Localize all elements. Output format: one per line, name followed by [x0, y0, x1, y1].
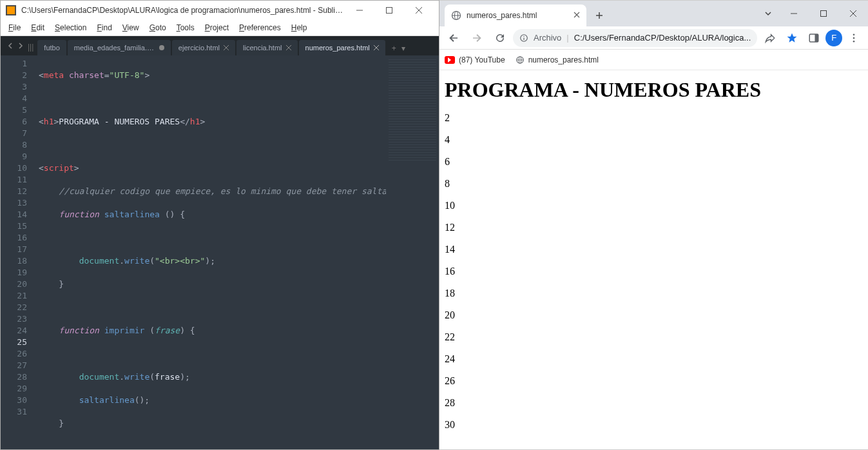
output-line: 10 [445, 200, 863, 211]
menu-help[interactable]: Help [286, 21, 313, 34]
bookmark-star-icon[interactable] [782, 28, 802, 48]
output-line: 18 [445, 288, 863, 299]
page-heading: PROGRAMA - NUMEROS PARES [445, 78, 863, 102]
menu-project[interactable]: Project [200, 21, 234, 34]
profile-avatar[interactable]: F [825, 30, 842, 46]
output-line: 22 [445, 331, 863, 343]
url-text: C:/Users/FernandaCP/Desktop/ALURA/logica… [574, 33, 751, 43]
info-icon [519, 34, 528, 43]
chrome-tabstrip: numeros_pares.html [439, 1, 868, 26]
toolbar-actions: F [760, 28, 864, 48]
code-area[interactable]: <meta charset="UTF-8"> <h1>PROGRAMA - NU… [36, 55, 386, 449]
menu-file[interactable]: File [3, 21, 26, 34]
sublime-titlebar[interactable]: C:\Users\FernandaCP\Desktop\ALURA\logica… [1, 1, 439, 20]
reload-button[interactable] [490, 28, 510, 48]
close-button[interactable] [404, 1, 434, 20]
output-line: 28 [445, 397, 863, 409]
tab-prev-icon[interactable] [7, 43, 14, 49]
modified-dot-icon [159, 45, 164, 50]
bookmark-numeros-pares[interactable]: numeros_pares.html [516, 55, 599, 64]
tab-nav-icons: ||| [3, 43, 37, 55]
minimize-button[interactable] [345, 1, 374, 20]
output-line: 2 [445, 112, 863, 124]
chevron-down-icon[interactable] [757, 3, 779, 24]
close-tab-icon[interactable] [574, 11, 580, 20]
output-line: 8 [445, 178, 863, 190]
share-icon[interactable] [760, 28, 780, 48]
browser-tab-title: numeros_pares.html [467, 11, 537, 20]
new-tab-button[interactable]: + [387, 44, 401, 55]
maximize-button[interactable] [809, 3, 838, 24]
browser-tab[interactable]: numeros_pares.html [445, 5, 586, 26]
output-line: 16 [445, 266, 863, 277]
tab-media-edades[interactable]: media_edades_familia.html [68, 40, 171, 55]
address-bar[interactable]: Archivo | C:/Users/FernandaCP/Desktop/AL… [513, 29, 757, 47]
menu-edit[interactable]: Edit [26, 21, 50, 34]
sublime-window: C:\Users\FernandaCP\Desktop\ALURA\logica… [0, 0, 439, 450]
sublime-tabs: ||| futbo media_edades_familia.html ejer… [1, 36, 439, 55]
sublime-app-icon [6, 5, 16, 15]
close-button[interactable] [838, 3, 868, 24]
line-number-gutter[interactable]: 1234567891011121314151617181920212223242… [1, 55, 36, 449]
output-line: 6 [445, 156, 863, 168]
svg-rect-0 [7, 6, 15, 14]
browser-toolbar: Archivo | C:/Users/FernandaCP/Desktop/AL… [439, 26, 868, 50]
output-line: 20 [445, 309, 863, 321]
globe-icon [516, 55, 525, 64]
output-line: 14 [445, 244, 863, 255]
svg-rect-2 [387, 8, 392, 14]
close-tab-icon[interactable] [286, 45, 291, 50]
url-scheme-label: Archivo [534, 33, 561, 43]
sublime-menubar: File Edit Selection Find View Goto Tools… [1, 20, 439, 36]
chrome-window-controls [757, 1, 868, 26]
tab-dropdown-icon[interactable]: ▾ [401, 44, 409, 55]
menu-preferences[interactable]: Preferences [234, 21, 286, 34]
minimize-button[interactable] [779, 3, 809, 24]
svg-point-27 [853, 34, 855, 35]
chrome-window: numeros_pares.html Archivo | C:/Users/Fe… [439, 0, 868, 450]
bookmark-youtube[interactable]: (87) YouTube [445, 55, 505, 64]
new-tab-button[interactable] [590, 6, 608, 24]
output-line: 24 [445, 353, 863, 365]
tab-licencia[interactable]: licencia.html [236, 40, 298, 55]
tab-ejercicio[interactable]: ejercicio.html [172, 40, 235, 55]
sublime-title-text: C:\Users\FernandaCP\Desktop\ALURA\logica… [21, 6, 345, 15]
menu-view[interactable]: View [117, 21, 144, 34]
side-panel-icon[interactable] [804, 28, 824, 48]
bookmarks-bar: (87) YouTube numeros_pares.html [439, 50, 868, 70]
tab-nav-divider: ||| [28, 43, 34, 52]
menu-tools[interactable]: Tools [171, 21, 200, 34]
menu-goto[interactable]: Goto [144, 21, 171, 34]
page-content: PROGRAMA - NUMEROS PARES 2 4 6 8 10 12 1… [439, 70, 868, 449]
tab-numeros-pares[interactable]: numeros_pares.html [299, 40, 385, 55]
close-tab-icon[interactable] [374, 45, 379, 50]
minimap[interactable] [386, 55, 439, 449]
output-line: 12 [445, 222, 863, 233]
output-line: 30 [445, 419, 863, 431]
tab-next-icon[interactable] [17, 43, 24, 49]
output-line: 4 [445, 134, 863, 146]
maximize-button[interactable] [374, 1, 404, 20]
tab-futbo[interactable]: futbo [37, 40, 66, 55]
close-tab-icon[interactable] [224, 45, 229, 50]
svg-point-28 [853, 37, 855, 39]
youtube-icon [445, 56, 455, 64]
menu-find[interactable]: Find [92, 21, 117, 34]
editor-body: 1234567891011121314151617181920212223242… [1, 55, 439, 449]
svg-point-29 [853, 40, 855, 42]
menu-dots-icon[interactable] [844, 28, 864, 48]
output-line: 26 [445, 375, 863, 387]
menu-selection[interactable]: Selection [50, 21, 92, 34]
svg-rect-19 [821, 11, 827, 17]
back-button[interactable] [443, 28, 464, 48]
svg-rect-26 [815, 34, 818, 42]
forward-button[interactable] [467, 28, 487, 48]
svg-point-24 [523, 35, 524, 36]
globe-icon [451, 10, 461, 21]
